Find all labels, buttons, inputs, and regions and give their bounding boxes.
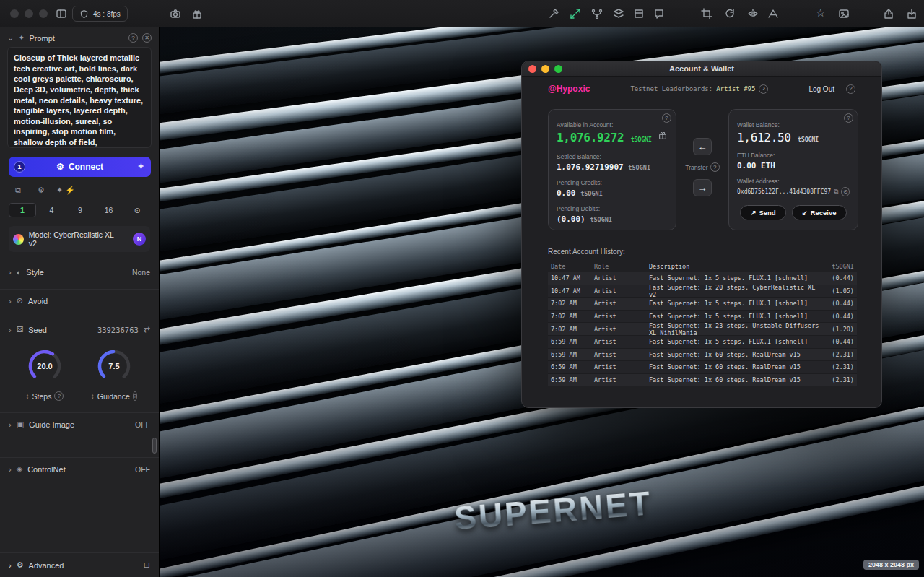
account-info-icon[interactable]: ? — [662, 113, 671, 123]
table-row[interactable]: 6:59 AM Artist Fast Supernet: 1x 5 steps… — [548, 336, 857, 349]
batch-option-16[interactable]: 16 — [96, 203, 122, 217]
prompt-info-icon[interactable]: ? — [128, 33, 138, 43]
chevron-down-icon: ⌄ — [7, 33, 14, 43]
minimize-icon[interactable] — [541, 65, 549, 73]
settled-value: 1,076.92719907 tSOGNI — [557, 162, 668, 172]
table-row[interactable]: 6:59 AM Artist Fast Supernet: 1x 60 step… — [548, 374, 857, 387]
row-description: Fast Supernet: 1x 5 steps. FLUX.1 [schne… — [649, 313, 825, 320]
branch-node-icon[interactable] — [590, 7, 603, 20]
col-role: Role — [594, 263, 649, 270]
avoid-section[interactable]: › ⊘ Avoid — [0, 289, 159, 312]
sparkle-bolt-toggle-icon[interactable]: ✦⚡ — [56, 184, 75, 196]
col-description: Description — [649, 263, 825, 270]
wallet-address-value[interactable]: 0xd6D75b122F...41d4308FFC97 — [737, 188, 831, 195]
render-settings-group[interactable]: 4s : 8fps — [72, 6, 128, 22]
seed-value: 339236763 — [97, 326, 139, 334]
batch-option-1[interactable]: 1 — [9, 203, 36, 217]
fps-label: 4s : 8fps — [93, 10, 121, 18]
transfer-label: Transfer — [685, 164, 707, 171]
flip-horizontal-icon[interactable] — [746, 7, 759, 20]
advanced-label: Advanced — [29, 561, 64, 570]
steps-knob[interactable]: 20.0 ↕ Steps ? — [22, 347, 67, 401]
window-close-button[interactable] — [10, 9, 19, 18]
transfer-to-account-button[interactable]: ← — [693, 138, 712, 155]
gift-icon[interactable] — [191, 7, 204, 20]
resize-arrows-icon[interactable] — [569, 7, 582, 20]
steps-info-icon[interactable]: ? — [54, 391, 64, 401]
layout-toggle-icon[interactable]: ⧉ — [10, 184, 26, 196]
row-amount: (0.44) — [825, 300, 857, 307]
hammer-tool-icon[interactable] — [547, 7, 560, 20]
controlnet-section[interactable]: › ◈ ControlNet OFF — [0, 457, 159, 480]
batch-timer-icon[interactable]: ⊙ — [124, 203, 150, 217]
import-icon[interactable] — [905, 7, 918, 20]
crop-icon[interactable] — [700, 7, 713, 20]
table-row[interactable]: 6:59 AM Artist Fast Supernet: 1x 60 step… — [548, 361, 857, 374]
generation-sidebar: ⌄ ✦ Prompt ? ✕ Closeup of Thick layered … — [0, 27, 160, 577]
account-wallet-window: Account & Wallet @Hypoxic Testnet Leader… — [521, 61, 882, 408]
logout-button[interactable]: Log Out — [808, 85, 834, 93]
username[interactable]: @Hypoxic — [548, 84, 590, 94]
external-link-icon[interactable]: ↗ — [759, 84, 768, 94]
help-icon[interactable]: ? — [846, 84, 855, 94]
export-icon[interactable] — [882, 7, 895, 20]
popout-icon[interactable]: ⊡ — [144, 560, 150, 570]
gift-icon[interactable] — [658, 130, 668, 143]
window-minimize-button[interactable] — [25, 9, 33, 18]
eth-balance-value: 0.00 ETH — [737, 161, 850, 170]
copy-icon[interactable]: ⧉ — [834, 188, 838, 196]
seed-section[interactable]: › ⚄ Seed 339236763 ⇄ — [0, 318, 159, 341]
shuffle-icon[interactable]: ⇄ — [144, 325, 150, 334]
star-icon[interactable]: ☆ — [816, 6, 825, 19]
window-titlebar[interactable]: Account & Wallet — [522, 61, 881, 77]
send-button[interactable]: ↗ Send — [740, 205, 785, 220]
row-role: Artist — [594, 351, 649, 358]
row-description: Fast Supernet: 1x 60 steps. RealDream v1… — [649, 376, 825, 383]
guidance-info-icon[interactable]: ? — [133, 391, 137, 401]
chat-icon[interactable] — [653, 7, 666, 20]
row-date: 7:02 AM — [548, 326, 594, 333]
reveal-icon[interactable]: ⊙ — [841, 187, 850, 196]
prompt-section-header[interactable]: ⌄ ✦ Prompt ? ✕ — [0, 27, 159, 45]
zoom-icon[interactable] — [554, 65, 562, 73]
layers-icon[interactable] — [612, 7, 625, 20]
leaderboard-rank: Artist #95 — [716, 85, 755, 92]
sidebar-scrollbar-thumb[interactable] — [152, 438, 157, 454]
model-selector[interactable]: Model: CyberRealistic XL v2 N — [9, 226, 150, 252]
table-row[interactable]: 7:02 AM Artist Fast Supernet: 1x 23 step… — [548, 323, 857, 336]
photos-icon[interactable] — [837, 7, 850, 20]
table-row[interactable]: 6:59 AM Artist Fast Supernet: 1x 60 step… — [548, 349, 857, 362]
rotate-icon[interactable] — [723, 7, 736, 20]
quick-toggles-row: ⧉ ⚙ ✦⚡ — [10, 184, 149, 196]
row-role: Artist — [594, 287, 649, 295]
frame-icon[interactable] — [632, 7, 645, 20]
style-section[interactable]: › ◐ Style None — [0, 261, 159, 283]
guide-image-section[interactable]: › ▣ Guide Image OFF — [0, 412, 159, 435]
guide-image-label: Guide Image — [29, 420, 74, 429]
pending-debits-label: Pending Debits: — [557, 205, 668, 212]
transfer-info-icon[interactable]: ? — [710, 162, 720, 172]
prompt-input[interactable]: Closeup of Thick layered metallic tech c… — [7, 47, 152, 148]
model-color-icon — [13, 234, 24, 245]
row-date: 6:59 AM — [548, 351, 594, 358]
connect-button[interactable]: 1 ⚙ Connect ✦ — [9, 157, 151, 177]
batch-option-4[interactable]: 4 — [39, 203, 65, 217]
gear-icon: ⚙ — [56, 162, 64, 172]
history-table: Date Role Description tSOGNI 10:47 AM Ar… — [548, 261, 857, 386]
camera-icon[interactable] — [169, 7, 182, 20]
table-row[interactable]: 10:47 AM Artist Fast Supernet: 1x 20 ste… — [548, 285, 857, 298]
batch-option-9[interactable]: 9 — [67, 203, 93, 217]
guidance-knob[interactable]: 7.5 ↕ Guidance ? — [92, 347, 136, 401]
sidebar-toggle-icon[interactable] — [55, 7, 68, 20]
window-zoom-button[interactable] — [39, 9, 48, 18]
enhance-toggle-icon[interactable]: ⚙ — [33, 184, 49, 196]
kerning-icon[interactable] — [767, 7, 780, 20]
wallet-info-icon[interactable]: ? — [844, 113, 853, 123]
receive-button[interactable]: ↙ Receive — [792, 205, 847, 220]
wallet-address-label: Wallet Address: — [737, 178, 850, 185]
prompt-clear-icon[interactable]: ✕ — [142, 33, 152, 43]
table-row[interactable]: 7:02 AM Artist Fast Supernet: 1x 5 steps… — [548, 298, 857, 311]
advanced-section[interactable]: › ⚙ Advanced ⊡ — [0, 552, 159, 577]
transfer-to-wallet-button[interactable]: → — [693, 179, 712, 196]
close-icon[interactable] — [528, 65, 536, 73]
